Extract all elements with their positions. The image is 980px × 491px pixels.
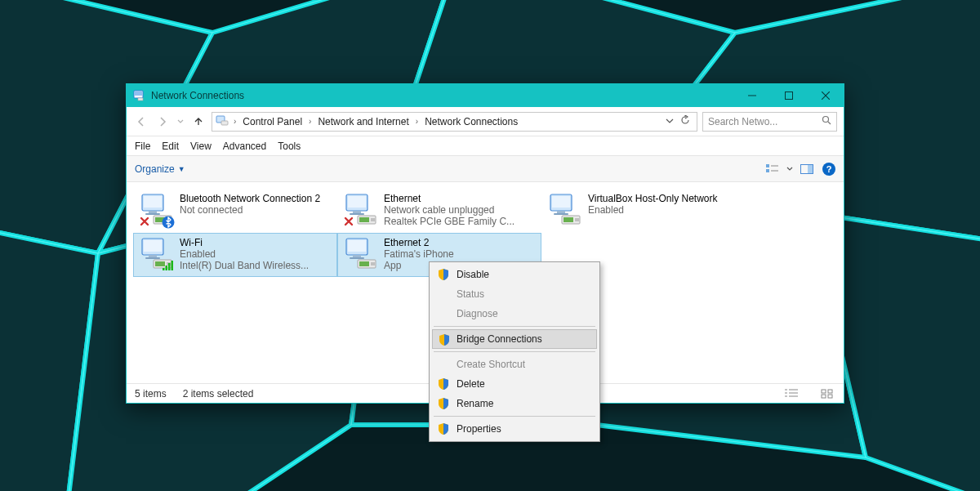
menu-separator (434, 326, 595, 327)
search-placeholder: Search Netwo... (708, 116, 777, 127)
adapter-detail: Intel(R) Dual Band Wireless... (180, 260, 309, 271)
shield-icon (438, 333, 451, 346)
adapter-name: Bluetooth Network Connection 2 (180, 193, 320, 204)
menu-disable[interactable]: Disable (432, 265, 597, 284)
menu-separator (434, 416, 595, 417)
svg-rect-42 (766, 169, 769, 172)
shield-icon (437, 268, 450, 281)
menu-create-shortcut[interactable]: Create Shortcut (432, 355, 597, 374)
adapter-wifi[interactable]: Wi-Fi Enabled Intel(R) Dual Band Wireles… (133, 233, 337, 277)
toolbar: Organize ▼ ? (127, 156, 844, 182)
maximize-button[interactable] (770, 84, 807, 107)
chevron-right-icon[interactable]: › (307, 117, 313, 126)
menu-view[interactable]: View (190, 141, 212, 152)
adapter-status: Fatima's iPhone (384, 248, 454, 260)
refresh-button[interactable] (680, 115, 690, 127)
network-adapter-icon (343, 193, 377, 227)
menu-tools[interactable]: Tools (278, 141, 301, 152)
large-icons-view-button[interactable] (819, 387, 835, 400)
shield-icon (437, 422, 450, 435)
adapter-virtualbox[interactable]: VirtualBox Host-Only Network Enabled (541, 189, 746, 233)
network-adapter-icon (343, 237, 377, 271)
adapter-status: Not connected (180, 204, 320, 216)
organize-label: Organize (135, 163, 175, 175)
network-adapter-icon (139, 193, 173, 227)
adapter-status: Network cable unplugged (384, 204, 514, 216)
adapter-bluetooth[interactable]: Bluetooth Network Connection 2 Not conne… (133, 189, 337, 233)
menu-advanced[interactable]: Advanced (223, 141, 266, 152)
svg-rect-53 (822, 390, 826, 393)
menu-rename[interactable]: Rename (432, 394, 597, 413)
menu-bridge-connections[interactable]: Bridge Connections (432, 329, 597, 349)
menu-status[interactable]: Status (432, 284, 597, 304)
adapter-status: Enabled (588, 204, 718, 216)
menu-diagnose[interactable]: Diagnose (432, 304, 597, 324)
menu-properties[interactable]: Properties (432, 419, 597, 439)
svg-line-40 (828, 122, 831, 124)
svg-rect-34 (138, 98, 143, 100)
menu-separator (434, 351, 595, 352)
network-adapter-icon (547, 193, 581, 227)
adapter-ethernet[interactable]: Ethernet Network cable unplugged Realtek… (337, 189, 541, 233)
menu-file[interactable]: File (135, 141, 150, 152)
svg-rect-33 (135, 92, 142, 96)
svg-rect-38 (221, 121, 228, 125)
app-icon (133, 89, 146, 102)
view-layout-button[interactable] (764, 160, 782, 178)
status-selected-count: 2 items selected (183, 388, 254, 399)
search-icon (822, 115, 831, 127)
forward-button[interactable] (154, 114, 171, 130)
adapter-name: Ethernet (384, 193, 514, 204)
up-button[interactable] (190, 114, 207, 130)
crumb-network-connections[interactable]: Network Connections (423, 116, 519, 127)
menu-delete[interactable]: Delete (432, 374, 597, 394)
network-adapter-icon (139, 237, 173, 271)
svg-rect-36 (785, 92, 792, 100)
nav-row: › Control Panel › Network and Internet ›… (127, 107, 844, 136)
adapter-name: Ethernet 2 (384, 237, 454, 248)
svg-rect-56 (828, 395, 832, 398)
context-menu: Disable Status Diagnose Bridge Connectio… (429, 261, 600, 442)
organize-menu[interactable]: Organize ▼ (135, 163, 185, 175)
menubar: File Edit View Advanced Tools (127, 136, 844, 156)
svg-rect-46 (808, 165, 813, 173)
svg-point-39 (823, 117, 829, 123)
close-button[interactable] (807, 84, 844, 107)
search-input[interactable]: Search Netwo... (702, 112, 837, 132)
chevron-right-icon[interactable]: › (414, 117, 420, 126)
chevron-right-icon[interactable]: › (232, 117, 238, 126)
address-bar[interactable]: › Control Panel › Network and Internet ›… (212, 112, 697, 132)
help-button[interactable]: ? (822, 163, 835, 176)
minimize-button[interactable] (733, 84, 770, 107)
adapter-status: Enabled (180, 248, 309, 260)
status-items-count: 5 items (135, 388, 167, 399)
adapter-detail: Realtek PCIe GBE Family C... (384, 216, 514, 227)
svg-rect-55 (822, 395, 826, 398)
chevron-down-icon: ▼ (178, 165, 185, 173)
svg-rect-54 (828, 390, 832, 393)
svg-rect-41 (766, 164, 769, 167)
view-dropdown-icon[interactable] (785, 160, 795, 178)
address-dropdown-icon[interactable] (666, 116, 674, 127)
address-icon (216, 114, 229, 129)
menu-edit[interactable]: Edit (162, 141, 179, 152)
shield-icon (437, 377, 450, 391)
shield-icon (437, 397, 450, 410)
preview-pane-button[interactable] (798, 160, 816, 178)
titlebar[interactable]: Network Connections (127, 84, 844, 107)
back-button[interactable] (133, 114, 149, 130)
adapter-name: VirtualBox Host-Only Network (588, 193, 718, 204)
crumb-network-internet[interactable]: Network and Internet (316, 116, 410, 127)
window-title: Network Connections (151, 90, 244, 101)
adapter-name: Wi-Fi (180, 237, 309, 248)
details-view-button[interactable] (783, 387, 800, 400)
recent-dropdown-icon[interactable] (176, 114, 185, 130)
crumb-control-panel[interactable]: Control Panel (241, 116, 304, 127)
